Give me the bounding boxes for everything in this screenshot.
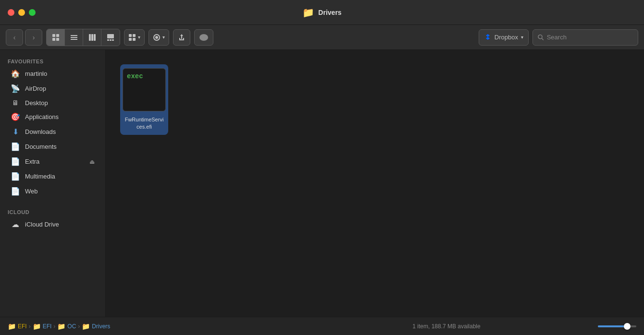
- status-bar: 📁 EFI › 📁 EFI › 📁 OC › 📁 Drivers 1 item,…: [0, 317, 644, 335]
- folder-icon: 📁: [302, 7, 314, 18]
- action-dropdown-icon: ▾: [162, 35, 165, 40]
- group-button-group: ▾: [124, 29, 145, 46]
- exec-file-icon: exec: [123, 68, 166, 111]
- applications-icon: 🎯: [11, 112, 20, 121]
- breadcrumb-sep2: ›: [53, 323, 55, 330]
- tag-button[interactable]: [194, 29, 213, 46]
- zoom-slider-area: [590, 325, 644, 327]
- sidebar-item-icloud-label: iCloud Drive: [25, 221, 95, 228]
- breadcrumb-efi2[interactable]: 📁 EFI: [33, 323, 52, 330]
- share-button[interactable]: [173, 29, 190, 46]
- sidebar-item-downloads-label: Downloads: [25, 128, 95, 135]
- sidebar-item-extra[interactable]: 📄 Extra ⏏: [3, 154, 102, 169]
- window-title-text: Drivers: [318, 9, 341, 16]
- maximize-button[interactable]: [29, 9, 36, 16]
- view-icon-button[interactable]: [47, 29, 65, 46]
- sidebar-item-martinlo-label: martinlo: [25, 70, 95, 77]
- close-button[interactable]: [8, 9, 14, 16]
- main-content: Favourites 🏠 martinlo 📡 AirDrop 🖥 Deskto…: [0, 50, 644, 317]
- sidebar-item-documents-label: Documents: [25, 143, 95, 150]
- sidebar-item-desktop-label: Desktop: [25, 99, 95, 107]
- sidebar-item-icloud-drive[interactable]: ☁ iCloud Drive: [3, 217, 102, 232]
- svg-line-20: [542, 38, 544, 40]
- drivers-folder-icon: 📁: [82, 323, 90, 330]
- svg-rect-13: [112, 39, 114, 41]
- efi1-folder-icon: 📁: [8, 323, 16, 330]
- exec-label: exec: [127, 72, 143, 80]
- favourites-label: Favourites: [0, 56, 105, 66]
- sidebar-item-web-label: Web: [25, 188, 95, 195]
- desktop-icon: 🖥: [11, 99, 20, 107]
- back-icon: ‹: [13, 34, 16, 41]
- group-dropdown-icon: ▾: [138, 35, 140, 40]
- svg-point-19: [538, 35, 542, 38]
- file-name-fwruntime: FwRuntimeServices.efi: [124, 116, 164, 131]
- sidebar-item-downloads[interactable]: ⬇ Downloads: [3, 124, 102, 139]
- sidebar-item-airdrop[interactable]: 📡 AirDrop: [3, 81, 102, 96]
- svg-rect-1: [56, 34, 59, 37]
- home-icon: 🏠: [11, 69, 20, 78]
- back-button[interactable]: ‹: [6, 29, 23, 46]
- svg-rect-10: [107, 34, 114, 38]
- web-icon: 📄: [11, 187, 20, 196]
- oc-folder-icon: 📁: [57, 323, 65, 330]
- svg-rect-12: [110, 39, 111, 41]
- sidebar-item-web[interactable]: 📄 Web: [3, 184, 102, 199]
- svg-rect-0: [52, 34, 55, 37]
- breadcrumb-efi1[interactable]: 📁 EFI: [8, 323, 27, 330]
- breadcrumb-efi2-label: EFI: [43, 323, 52, 330]
- svg-rect-4: [71, 35, 77, 36]
- dropbox-button[interactable]: Dropbox ▾: [479, 29, 529, 46]
- file-grid: exec FwRuntimeServices.efi: [106, 50, 644, 317]
- nav-buttons: ‹ ›: [6, 29, 42, 46]
- sidebar-item-applications-label: Applications: [25, 113, 95, 120]
- svg-rect-14: [129, 34, 132, 37]
- view-list-button[interactable]: [65, 29, 83, 46]
- traffic-lights: [8, 9, 36, 16]
- svg-rect-8: [91, 34, 93, 41]
- breadcrumb-sep3: ›: [78, 323, 80, 330]
- extra-icon: 📄: [11, 157, 20, 166]
- svg-rect-7: [89, 34, 91, 41]
- forward-icon: ›: [33, 34, 35, 41]
- breadcrumb-oc[interactable]: 📁 OC: [57, 323, 76, 330]
- file-area: exec FwRuntimeServices.efi: [106, 50, 644, 317]
- zoom-slider-track: [598, 325, 636, 327]
- sidebar-item-documents[interactable]: 📄 Documents: [3, 139, 102, 154]
- view-columns-button[interactable]: [83, 29, 101, 46]
- icloud-icon: ☁: [11, 220, 20, 229]
- breadcrumb-sep1: ›: [29, 323, 31, 330]
- zoom-slider-thumb[interactable]: [624, 323, 631, 330]
- file-item-fwruntime[interactable]: exec FwRuntimeServices.efi: [120, 64, 168, 135]
- action-button-group: ▾: [149, 29, 169, 46]
- search-box[interactable]: [533, 29, 638, 46]
- group-button[interactable]: ▾: [124, 29, 145, 46]
- svg-rect-17: [133, 38, 136, 41]
- svg-rect-15: [133, 34, 136, 37]
- status-info: 1 item, 188.7 MB available: [303, 323, 590, 330]
- view-gallery-button[interactable]: [101, 29, 120, 46]
- breadcrumb-drivers[interactable]: 📁 Drivers: [82, 323, 110, 330]
- svg-rect-3: [56, 38, 59, 41]
- toolbar: ‹ ›: [0, 25, 644, 50]
- sidebar-item-martinlo[interactable]: 🏠 martinlo: [3, 66, 102, 81]
- sidebar-item-desktop[interactable]: 🖥 Desktop: [3, 96, 102, 109]
- svg-rect-16: [129, 38, 132, 41]
- documents-icon: 📄: [11, 142, 20, 151]
- search-input[interactable]: [547, 34, 633, 41]
- sidebar-item-applications[interactable]: 🎯 Applications: [3, 109, 102, 124]
- action-button[interactable]: ▾: [149, 29, 169, 46]
- minimize-button[interactable]: [18, 9, 25, 16]
- breadcrumb-oc-label: OC: [67, 323, 76, 330]
- svg-point-18: [199, 34, 208, 41]
- svg-rect-9: [94, 34, 96, 41]
- breadcrumb-efi1-label: EFI: [18, 323, 27, 330]
- dropbox-dropdown-icon: ▾: [521, 35, 523, 40]
- sidebar-item-multimedia-label: Multimedia: [25, 173, 95, 180]
- sidebar-item-multimedia[interactable]: 📄 Multimedia: [3, 169, 102, 184]
- icloud-label: iCloud: [0, 206, 105, 217]
- zoom-slider-fill: [598, 325, 625, 327]
- airdrop-icon: 📡: [11, 84, 20, 93]
- forward-button[interactable]: ›: [25, 29, 42, 46]
- svg-rect-2: [52, 38, 55, 41]
